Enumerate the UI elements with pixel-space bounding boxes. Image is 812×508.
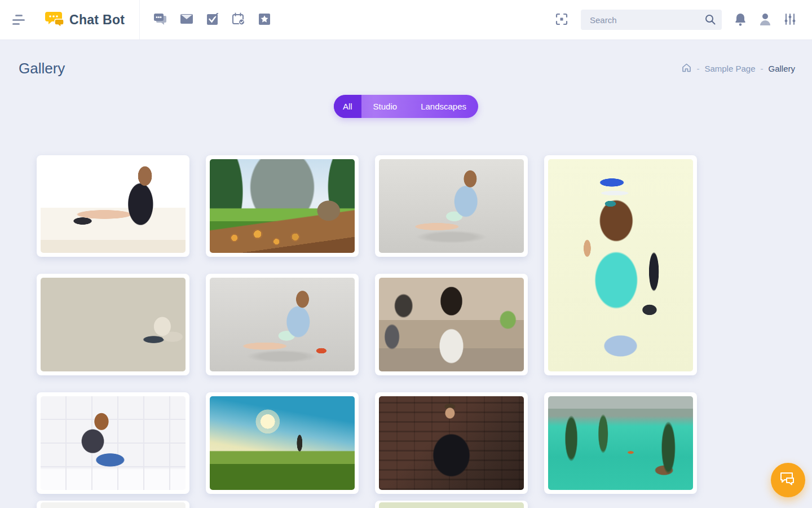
- navbar-quick-icons: [140, 12, 271, 27]
- tasks-check-icon: [206, 13, 219, 27]
- chat-messages-icon: [153, 13, 167, 27]
- search-input[interactable]: [581, 10, 722, 30]
- breadcrumb-separator: -: [696, 64, 699, 73]
- gallery-filter-row: All Studio Landscapes: [0, 95, 812, 118]
- gallery-image: [548, 396, 693, 490]
- fullscreen-expand-icon: [555, 12, 568, 28]
- search-icon[interactable]: [704, 14, 716, 28]
- gallery-card[interactable]: [206, 155, 359, 257]
- brand-name: Chat Bot: [69, 12, 125, 28]
- gallery-image: [379, 159, 524, 253]
- page-title: Gallery: [19, 60, 65, 77]
- gallery-image: [41, 278, 186, 371]
- chat-fab-icon: [779, 471, 797, 489]
- filter-button-all[interactable]: All: [334, 95, 361, 118]
- calendar-check-button[interactable]: [232, 12, 245, 27]
- mail-button[interactable]: [180, 14, 193, 26]
- top-navbar: Chat Bot: [0, 0, 812, 40]
- calendar-check-icon: [232, 12, 245, 27]
- navbar-right-section: [555, 10, 812, 30]
- page-header: Gallery - Sample Page - Gallery: [0, 40, 812, 77]
- settings-sliders-button[interactable]: [784, 12, 796, 28]
- gallery-card[interactable]: [206, 274, 359, 375]
- gallery-image: [379, 278, 524, 371]
- gallery-card[interactable]: [375, 155, 528, 257]
- fullscreen-button[interactable]: [555, 12, 568, 28]
- search-box: [581, 10, 722, 30]
- navbar-brand-section: Chat Bot: [0, 0, 140, 40]
- chat-fab-button[interactable]: [771, 463, 805, 497]
- gallery-card[interactable]: [375, 392, 528, 494]
- gallery-card[interactable]: [37, 155, 189, 257]
- gallery-card[interactable]: [375, 274, 528, 375]
- notifications-bell-icon: [734, 12, 747, 28]
- gallery-image: [41, 502, 186, 508]
- chat-messages-button[interactable]: [153, 13, 167, 27]
- gallery-image: [210, 159, 355, 253]
- notifications-button[interactable]: [734, 12, 747, 28]
- user-profile-icon: [759, 12, 771, 28]
- gallery-image: [210, 396, 355, 490]
- gallery-image: [41, 396, 186, 490]
- breadcrumb-home-link[interactable]: [682, 63, 691, 74]
- starred-icon: [258, 13, 271, 27]
- gallery-card[interactable]: [544, 392, 697, 494]
- breadcrumb-separator: -: [760, 64, 763, 73]
- gallery-filter-group: All Studio Landscapes: [334, 95, 478, 118]
- starred-button[interactable]: [258, 13, 271, 27]
- breadcrumb: - Sample Page - Gallery: [682, 63, 795, 74]
- gallery-image: [210, 278, 355, 371]
- filter-button-landscapes[interactable]: Landscapes: [409, 95, 478, 118]
- gallery-image: [41, 159, 186, 253]
- tasks-check-button[interactable]: [206, 13, 219, 27]
- settings-sliders-icon: [784, 12, 796, 28]
- breadcrumb-parent-link[interactable]: Sample Page: [704, 64, 755, 73]
- brand-logo[interactable]: Chat Bot: [45, 10, 125, 29]
- gallery-grid: [37, 155, 697, 508]
- chat-bubble-logo-icon: [45, 10, 64, 29]
- user-profile-button[interactable]: [759, 12, 771, 28]
- gallery-card[interactable]: [544, 155, 697, 375]
- gallery-card[interactable]: [206, 392, 359, 494]
- gallery-card[interactable]: [37, 392, 189, 494]
- gallery-image: [379, 502, 524, 508]
- gallery-image: [548, 159, 693, 371]
- hamburger-menu-icon: [15, 15, 23, 16]
- gallery-card[interactable]: [37, 501, 189, 508]
- filter-button-studio[interactable]: Studio: [361, 95, 409, 118]
- hamburger-menu-button[interactable]: [12, 15, 26, 25]
- home-icon: [682, 63, 691, 74]
- gallery-card[interactable]: [375, 501, 528, 508]
- gallery-card[interactable]: [37, 274, 189, 375]
- gallery-image: [379, 396, 524, 490]
- breadcrumb-current: Gallery: [768, 64, 795, 73]
- mail-icon: [180, 14, 193, 26]
